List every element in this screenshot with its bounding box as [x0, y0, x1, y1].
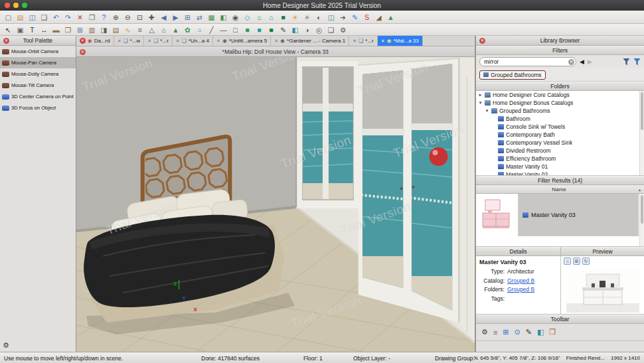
stair-tool-icon[interactable]: ≡ [134, 25, 145, 35]
terrain-tool-icon[interactable]: ▲ [170, 25, 181, 35]
previous-view-icon[interactable]: ◀ [158, 12, 169, 22]
eyedropper-icon[interactable]: ✎ [278, 25, 289, 35]
text-tool-icon[interactable]: T [27, 25, 38, 35]
roof-tool-icon[interactable]: △ [146, 25, 157, 35]
palette-item-mouse-tilt-camera[interactable]: Mouse-Tilt Camera [0, 80, 76, 91]
tree-scrollbar[interactable] [639, 91, 644, 175]
library-search-input[interactable] [479, 57, 576, 66]
palette-item-3d-focus-on-object[interactable]: 3D Focus on Object [0, 102, 76, 113]
library-eyedropper-icon[interactable]: ✎ [526, 328, 532, 336]
tab-w[interactable]: ✕❏*...w [114, 36, 145, 46]
minimize-window-icon[interactable] [13, 3, 19, 8]
cabinet-tool-icon[interactable]: ▥ [86, 25, 98, 35]
filter-results-header[interactable]: Filter Results (14) [476, 176, 644, 185]
delete-icon[interactable]: ✕ [74, 12, 86, 22]
tab-close-icon[interactable]: ✕ [216, 38, 220, 44]
library-search-icon[interactable]: ⊙ [515, 328, 521, 336]
full-camera-icon[interactable]: ◉ [230, 12, 241, 22]
details-folders-link[interactable]: Grouped B [507, 286, 557, 293]
close-library-icon[interactable]: ✕ [479, 38, 485, 44]
preview-standard-view-icon[interactable]: ⌂ [564, 257, 571, 265]
tab-untitl-amera-5[interactable]: ✕◉*Untitl...amera 5 [213, 36, 271, 46]
library-list-view-icon[interactable]: ≡ [493, 328, 497, 336]
tree-item-divided-restroom[interactable]: Divided Restroom [476, 147, 639, 155]
preferences-icon[interactable]: ⚙ [337, 25, 349, 35]
result-thumbnail[interactable] [476, 194, 519, 236]
arrow-annotation-icon[interactable]: ➜ [337, 12, 349, 22]
tree-item-home-designer-core-catalogs[interactable]: ▸Home Designer Core Catalogs [476, 91, 639, 99]
tree-item-console-sink-w-towels[interactable]: Console Sink w/ Towels [476, 123, 639, 131]
open-plan-icon[interactable]: ▤ [15, 12, 26, 22]
tree-item-efficiency-bathroom[interactable]: Efficiency Bathroom [476, 155, 639, 163]
zoom-window-icon[interactable] [22, 3, 27, 8]
library-grid-view-icon[interactable]: ⊞ [503, 328, 509, 336]
fixture-tool-icon[interactable]: ◨ [98, 25, 110, 35]
palette-item-mouse-dolly-camera[interactable]: Mouse-Dolly Camera [0, 68, 76, 80]
close-tool-palette-icon[interactable]: ✕ [3, 38, 9, 44]
adjust-material-icon[interactable]: ◑ [301, 25, 313, 35]
tree-item-contemporary-vessel-sink[interactable]: Contemporary Vessel Sink [476, 139, 639, 147]
tab-close-icon[interactable]: ✕ [176, 38, 180, 44]
zoom-out-icon[interactable]: ⊖ [122, 12, 133, 22]
filter-chip-grouped-bathrooms[interactable]: Grouped Bathrooms [479, 70, 546, 80]
zoom-in-icon[interactable]: ⊕ [110, 12, 121, 22]
collapse-arrow-icon[interactable]: ▾ [485, 108, 489, 113]
tree-item-grouped-bathrooms[interactable]: ▾Grouped Bathrooms [476, 107, 639, 115]
undo-icon[interactable]: ↶ [50, 12, 62, 22]
tree-item-contemporary-bath[interactable]: Contemporary Bath [476, 131, 639, 139]
pan-view-icon[interactable]: ✚ [146, 12, 157, 22]
folders-section-header[interactable]: Folders [476, 82, 644, 91]
3d-scene[interactable]: Z Y X Trial Version Trial Version Trial … [76, 57, 475, 352]
sort-ascending-icon[interactable]: ▴ [639, 187, 641, 192]
close-window-icon[interactable] [5, 3, 10, 8]
filter-options-icon[interactable] [633, 58, 641, 66]
palette-item-mouse-pan-camera[interactable]: Mouse-Pan Camera [0, 57, 76, 68]
tab-gardener-camera-1[interactable]: ✕◉*Gardener ... - Camera 1 [271, 36, 349, 46]
shadows-icon[interactable]: ◐ [313, 12, 325, 22]
layout-page-icon[interactable]: ❏ [325, 25, 337, 35]
tab-mal-a-33[interactable]: ✕◉*Mal...a 33 [378, 36, 423, 46]
elevation-view-icon[interactable]: ◧ [218, 12, 229, 22]
filters-section-header[interactable]: Filters [476, 46, 644, 55]
preview-section-header[interactable]: Preview [561, 247, 644, 256]
cross-section-icon[interactable]: ◫ [325, 12, 337, 22]
collapse-arrow-icon[interactable]: ▾ [478, 100, 483, 106]
material-teal-icon[interactable]: ■ [254, 25, 265, 35]
tile-windows-icon[interactable]: ⊞ [182, 12, 193, 22]
redo-icon[interactable]: ↷ [62, 12, 74, 22]
palette-settings-gear-icon[interactable]: ⚙ [3, 341, 9, 350]
library-settings-icon[interactable]: ⚙ [481, 328, 488, 336]
3d-viewport[interactable]: Z Y X Trial Version Trial Version Trial … [76, 57, 475, 352]
tab-close-icon[interactable]: ✕ [353, 38, 357, 44]
library-painter-icon[interactable]: ◧ [537, 328, 544, 336]
dimension-tool-icon[interactable]: ↔ [39, 25, 50, 35]
final-view-icon[interactable]: ■ [278, 12, 289, 22]
palette-item-3d-center-camera-on-point[interactable]: 3D Center Camera on Point [0, 91, 76, 102]
door-tool-icon[interactable]: ❒ [62, 25, 74, 35]
glass-house-view-icon[interactable]: ⌂ [266, 12, 277, 22]
preview-grid-icon[interactable]: ⊞ [573, 257, 580, 265]
preview-pane[interactable]: ⌂ ⊞ ↻ [561, 256, 644, 314]
sun-angle-icon[interactable]: ☀ [301, 12, 313, 22]
copy-icon[interactable]: ❐ [86, 12, 98, 22]
tree-item-bathroom[interactable]: Bathroom [476, 115, 639, 123]
plant-tool-icon[interactable]: ✿ [182, 25, 193, 35]
tab-da-rd[interactable]: ✕◉Da...rd [76, 36, 114, 46]
search-forward-icon[interactable]: ▶ [588, 58, 592, 65]
tab-close-icon[interactable]: ✕ [381, 38, 385, 44]
help-icon[interactable]: ? [98, 12, 110, 22]
chief-architect-icon[interactable]: S [361, 12, 372, 22]
preview-rotate-icon[interactable]: ↻ [582, 257, 590, 265]
build-terrain-icon[interactable]: ▲ [385, 12, 396, 22]
box-tool-icon[interactable]: □ [230, 25, 241, 35]
open-object-icon[interactable]: ▣ [15, 25, 26, 35]
name-column-label[interactable]: Name [479, 186, 639, 192]
select-objects-icon[interactable]: ↖ [3, 25, 14, 35]
material-green-icon[interactable]: ■ [242, 25, 253, 35]
tab-un-a-4[interactable]: ✕❏*Un...a 4 [173, 36, 213, 46]
material-painter-icon[interactable]: ◧ [289, 25, 301, 35]
details-catalog-link[interactable]: Grouped B [507, 277, 557, 284]
library-toolbar-header[interactable]: Toolbar [476, 315, 644, 324]
tab-r[interactable]: ✕❏*...r [349, 36, 378, 46]
library-palette-icon[interactable]: ❒ [549, 328, 556, 336]
